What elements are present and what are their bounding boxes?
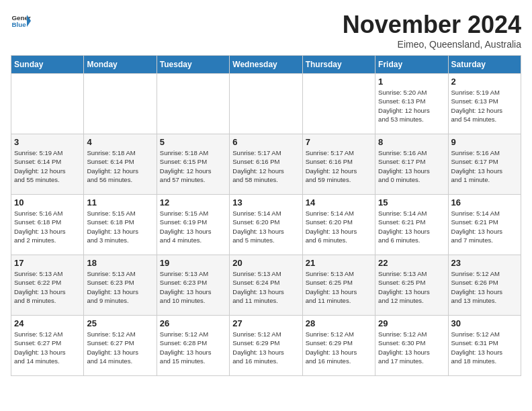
calendar-week-3: 10Sunrise: 5:16 AM Sunset: 6:18 PM Dayli… [11, 195, 521, 255]
table-row: 21Sunrise: 5:13 AM Sunset: 6:25 PM Dayli… [302, 255, 375, 316]
calendar-week-1: 1Sunrise: 5:20 AM Sunset: 6:13 PM Daylig… [11, 74, 521, 134]
day-number: 7 [306, 137, 372, 147]
day-number: 17 [14, 258, 81, 268]
cell-info: Sunrise: 5:13 AM Sunset: 6:25 PM Dayligh… [306, 269, 372, 305]
day-number: 19 [160, 258, 226, 268]
cell-info: Sunrise: 5:18 AM Sunset: 6:14 PM Dayligh… [87, 148, 153, 184]
header-wednesday: Wednesday [230, 56, 302, 74]
cell-info: Sunrise: 5:19 AM Sunset: 6:13 PM Dayligh… [451, 88, 518, 124]
cell-info: Sunrise: 5:14 AM Sunset: 6:21 PM Dayligh… [378, 209, 445, 244]
day-number: 18 [87, 258, 153, 268]
table-row: 16Sunrise: 5:14 AM Sunset: 6:21 PM Dayli… [448, 195, 521, 255]
cell-info: Sunrise: 5:20 AM Sunset: 6:13 PM Dayligh… [378, 88, 445, 124]
day-number: 1 [378, 77, 445, 87]
logo-icon: General Blue [11, 11, 31, 31]
header-friday: Friday [375, 56, 448, 74]
cell-info: Sunrise: 5:13 AM Sunset: 6:24 PM Dayligh… [232, 269, 299, 305]
table-row: 4Sunrise: 5:18 AM Sunset: 6:14 PM Daylig… [84, 134, 157, 195]
table-row: 29Sunrise: 5:12 AM Sunset: 6:30 PM Dayli… [375, 316, 448, 376]
logo: General Blue [11, 11, 31, 31]
header-monday: Monday [84, 56, 157, 74]
cell-info: Sunrise: 5:17 AM Sunset: 6:16 PM Dayligh… [232, 148, 299, 184]
table-row: 14Sunrise: 5:14 AM Sunset: 6:20 PM Dayli… [302, 195, 375, 255]
day-number: 23 [451, 258, 518, 268]
day-number: 9 [451, 137, 518, 147]
day-number: 15 [378, 197, 445, 208]
cell-info: Sunrise: 5:14 AM Sunset: 6:21 PM Dayligh… [451, 209, 518, 244]
table-row: 15Sunrise: 5:14 AM Sunset: 6:21 PM Dayli… [375, 195, 448, 255]
table-row [157, 74, 229, 134]
page-header: General Blue November 2024 Eimeo, Queens… [11, 11, 521, 50]
calendar-week-2: 3Sunrise: 5:19 AM Sunset: 6:14 PM Daylig… [11, 134, 521, 195]
day-number: 13 [232, 197, 299, 208]
header-thursday: Thursday [302, 56, 375, 74]
cell-info: Sunrise: 5:13 AM Sunset: 6:22 PM Dayligh… [14, 269, 81, 305]
cell-info: Sunrise: 5:12 AM Sunset: 6:29 PM Dayligh… [232, 330, 299, 365]
table-row: 17Sunrise: 5:13 AM Sunset: 6:22 PM Dayli… [11, 255, 84, 316]
cell-info: Sunrise: 5:12 AM Sunset: 6:27 PM Dayligh… [87, 330, 153, 365]
table-row: 3Sunrise: 5:19 AM Sunset: 6:14 PM Daylig… [11, 134, 84, 195]
table-row [11, 74, 84, 134]
cell-info: Sunrise: 5:13 AM Sunset: 6:23 PM Dayligh… [87, 269, 153, 305]
table-row: 11Sunrise: 5:15 AM Sunset: 6:18 PM Dayli… [84, 195, 157, 255]
cell-info: Sunrise: 5:13 AM Sunset: 6:25 PM Dayligh… [378, 269, 445, 305]
table-row: 25Sunrise: 5:12 AM Sunset: 6:27 PM Dayli… [84, 316, 157, 376]
day-number: 20 [232, 258, 299, 268]
day-number: 25 [87, 318, 153, 328]
table-row: 1Sunrise: 5:20 AM Sunset: 6:13 PM Daylig… [375, 74, 448, 134]
header-tuesday: Tuesday [157, 56, 229, 74]
day-number: 30 [451, 318, 518, 328]
day-number: 2 [451, 77, 518, 87]
cell-info: Sunrise: 5:19 AM Sunset: 6:14 PM Dayligh… [14, 148, 81, 184]
table-row: 9Sunrise: 5:16 AM Sunset: 6:17 PM Daylig… [448, 134, 521, 195]
header-saturday: Saturday [448, 56, 521, 74]
day-number: 29 [378, 318, 445, 328]
cell-info: Sunrise: 5:12 AM Sunset: 6:31 PM Dayligh… [451, 330, 518, 365]
table-row: 20Sunrise: 5:13 AM Sunset: 6:24 PM Dayli… [230, 255, 302, 316]
cell-info: Sunrise: 5:12 AM Sunset: 6:29 PM Dayligh… [306, 330, 372, 365]
cell-info: Sunrise: 5:12 AM Sunset: 6:27 PM Dayligh… [14, 330, 81, 365]
day-number: 10 [14, 197, 81, 208]
day-number: 6 [232, 137, 299, 147]
cell-info: Sunrise: 5:12 AM Sunset: 6:26 PM Dayligh… [451, 269, 518, 305]
calendar-week-4: 17Sunrise: 5:13 AM Sunset: 6:22 PM Dayli… [11, 255, 521, 316]
cell-info: Sunrise: 5:15 AM Sunset: 6:18 PM Dayligh… [87, 209, 153, 244]
days-header-row: Sunday Monday Tuesday Wednesday Thursday… [11, 56, 521, 74]
table-row: 12Sunrise: 5:15 AM Sunset: 6:19 PM Dayli… [157, 195, 229, 255]
day-number: 5 [160, 137, 226, 147]
table-row: 10Sunrise: 5:16 AM Sunset: 6:18 PM Dayli… [11, 195, 84, 255]
table-row: 5Sunrise: 5:18 AM Sunset: 6:15 PM Daylig… [157, 134, 229, 195]
day-number: 11 [87, 197, 153, 208]
cell-info: Sunrise: 5:12 AM Sunset: 6:30 PM Dayligh… [378, 330, 445, 365]
month-title: November 2024 [343, 11, 521, 39]
table-row: 22Sunrise: 5:13 AM Sunset: 6:25 PM Dayli… [375, 255, 448, 316]
header-sunday: Sunday [11, 56, 84, 74]
table-row [84, 74, 157, 134]
table-row [302, 74, 375, 134]
table-row: 18Sunrise: 5:13 AM Sunset: 6:23 PM Dayli… [84, 255, 157, 316]
day-number: 28 [306, 318, 372, 328]
location-subtitle: Eimeo, Queensland, Australia [343, 39, 521, 50]
day-number: 16 [451, 197, 518, 208]
day-number: 26 [160, 318, 226, 328]
cell-info: Sunrise: 5:15 AM Sunset: 6:19 PM Dayligh… [160, 209, 226, 244]
day-number: 27 [232, 318, 299, 328]
table-row: 7Sunrise: 5:17 AM Sunset: 6:16 PM Daylig… [302, 134, 375, 195]
day-number: 24 [14, 318, 81, 328]
cell-info: Sunrise: 5:16 AM Sunset: 6:17 PM Dayligh… [378, 148, 445, 184]
day-number: 14 [306, 197, 372, 208]
table-row: 19Sunrise: 5:13 AM Sunset: 6:23 PM Dayli… [157, 255, 229, 316]
cell-info: Sunrise: 5:18 AM Sunset: 6:15 PM Dayligh… [160, 148, 226, 184]
cell-info: Sunrise: 5:17 AM Sunset: 6:16 PM Dayligh… [306, 148, 372, 184]
table-row [230, 74, 302, 134]
cell-info: Sunrise: 5:12 AM Sunset: 6:28 PM Dayligh… [160, 330, 226, 365]
table-row: 26Sunrise: 5:12 AM Sunset: 6:28 PM Dayli… [157, 316, 229, 376]
calendar-week-5: 24Sunrise: 5:12 AM Sunset: 6:27 PM Dayli… [11, 316, 521, 376]
table-row: 23Sunrise: 5:12 AM Sunset: 6:26 PM Dayli… [448, 255, 521, 316]
calendar-table: Sunday Monday Tuesday Wednesday Thursday… [11, 55, 521, 376]
day-number: 8 [378, 137, 445, 147]
day-number: 4 [87, 137, 153, 147]
table-row: 27Sunrise: 5:12 AM Sunset: 6:29 PM Dayli… [230, 316, 302, 376]
cell-info: Sunrise: 5:13 AM Sunset: 6:23 PM Dayligh… [160, 269, 226, 305]
cell-info: Sunrise: 5:16 AM Sunset: 6:17 PM Dayligh… [451, 148, 518, 184]
